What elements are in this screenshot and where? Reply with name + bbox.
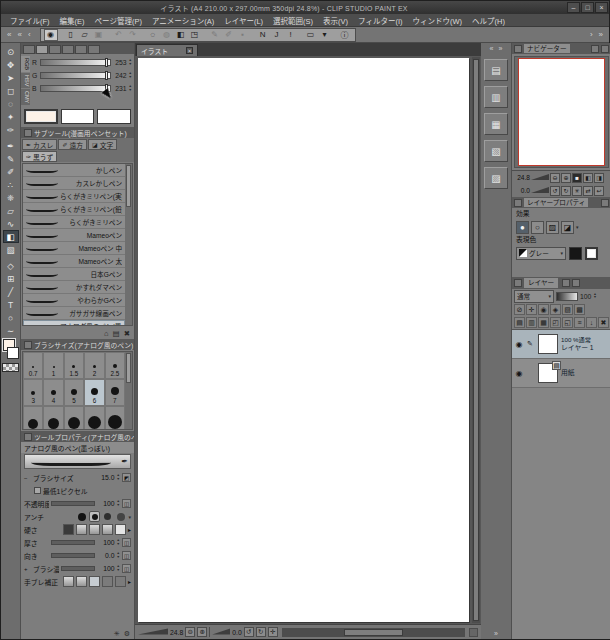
subtool-item[interactable]: かしペン: [23, 164, 125, 177]
subtool-item[interactable]: カスレかしペン: [23, 177, 125, 190]
subtool-item[interactable]: らくがきミリペン(実): [23, 190, 125, 203]
dynamics-icon[interactable]: ◫: [122, 564, 131, 573]
text-tool-icon[interactable]: T: [3, 298, 19, 311]
blend-tool-icon[interactable]: ∿: [3, 217, 19, 230]
panel-menu-icon[interactable]: [24, 433, 32, 441]
blue-value[interactable]: 231: [113, 85, 127, 92]
green-stepper[interactable]: ▲▼: [129, 72, 132, 79]
brush-size-cell[interactable]: [23, 406, 43, 430]
panel-menu-icon[interactable]: [24, 129, 32, 137]
opacity-slider[interactable]: [556, 292, 578, 301]
main-color-preview[interactable]: [24, 109, 58, 124]
material-image-icon[interactable]: ▧: [484, 140, 508, 162]
vector-curve-icon[interactable]: J: [270, 29, 284, 41]
airbrush-tool-icon[interactable]: ∴: [3, 178, 19, 191]
expander-icon[interactable]: −: [24, 475, 31, 481]
subtool-item[interactable]: Mameoペン 太: [23, 255, 125, 268]
approx-color-tab-icon[interactable]: [75, 45, 87, 54]
balloon-tool-icon[interactable]: ○: [3, 311, 19, 324]
flip-vertical-icon[interactable]: ◨: [594, 173, 604, 183]
collapse-icon[interactable]: »: [494, 630, 498, 637]
subtool-tab-kasure[interactable]: ✒カスレ: [22, 139, 57, 150]
panel-options-icon[interactable]: [601, 45, 609, 53]
horizontal-scrollbar[interactable]: [282, 628, 465, 637]
green-value[interactable]: 242: [113, 72, 127, 79]
merge-down-icon[interactable]: ≡: [574, 317, 585, 328]
delete-subtool-icon[interactable]: ✖: [124, 329, 130, 338]
black-draw-color-swatch[interactable]: [569, 247, 582, 260]
layer-property-title[interactable]: レイヤープロパティ: [524, 198, 588, 207]
lock-layer-icon[interactable]: ◉: [538, 304, 549, 315]
layer-row-selected[interactable]: ◉ ✎ 100 %通常 レイヤー 1: [512, 330, 610, 359]
hand-tool-icon[interactable]: ✥: [3, 58, 19, 71]
redo-icon[interactable]: ↷: [126, 29, 140, 41]
vector-pinch-icon[interactable]: !: [284, 29, 298, 41]
zoom-out-icon[interactable]: ⊖: [550, 173, 560, 183]
reset-rotation-icon[interactable]: ✳: [572, 186, 582, 196]
fit-window-icon[interactable]: ■: [572, 173, 582, 183]
decoration-tool-icon[interactable]: ❈: [3, 191, 19, 204]
color-history-tab-icon[interactable]: [88, 45, 100, 54]
visibility-eye-icon[interactable]: ◉: [514, 369, 524, 378]
brush-size-cell-selected[interactable]: 6: [84, 379, 104, 406]
direction-value[interactable]: 0.0: [97, 552, 115, 559]
red-slider[interactable]: [40, 59, 111, 66]
collapse-left-icon[interactable]: «: [490, 45, 494, 52]
reset-settings-icon[interactable]: ✳: [114, 630, 120, 638]
brush-size-cell[interactable]: [43, 406, 63, 430]
thickness-slider[interactable]: [51, 540, 95, 545]
rotation-value[interactable]: 0.0: [232, 629, 241, 636]
color-mixing-tab-icon[interactable]: [62, 45, 74, 54]
brush-size-cell[interactable]: 5: [64, 379, 84, 406]
register-initial-icon[interactable]: ⌂: [104, 329, 109, 338]
brush-size-cell[interactable]: 3: [23, 379, 43, 406]
reset-view-icon[interactable]: ✛: [268, 627, 278, 637]
lock-transparent-icon[interactable]: ◈: [550, 304, 561, 315]
flip-horizontal-icon[interactable]: ◧: [583, 173, 593, 183]
layer-panel-title[interactable]: レイヤー: [524, 278, 558, 288]
min-pixel-checkbox[interactable]: [34, 487, 41, 494]
navigator-rotate-slider[interactable]: [531, 186, 549, 195]
menu-selection[interactable]: 選択範囲(S): [268, 15, 318, 26]
layer-name[interactable]: レイヤー 1: [561, 344, 594, 352]
expression-color-dropdown[interactable]: グレー ▾: [516, 247, 566, 260]
expand-right-icon[interactable]: ▸: [128, 578, 131, 585]
color-set-tab-icon[interactable]: [49, 45, 61, 54]
red-value[interactable]: 253: [113, 59, 127, 66]
view-frame-outline[interactable]: [518, 58, 605, 166]
panel-menu-icon[interactable]: [514, 199, 522, 207]
navigator-preview[interactable]: [514, 56, 609, 168]
transparent-color-swatch[interactable]: [2, 363, 19, 372]
brush-size-cell[interactable]: 0.7: [23, 352, 43, 379]
navigator-zoom-slider[interactable]: [531, 173, 549, 182]
frame-border-tool-icon[interactable]: ⊞: [3, 272, 19, 285]
scale-rotate-icon[interactable]: ◳: [188, 29, 202, 41]
density-slider[interactable]: [61, 566, 95, 571]
layer-opacity-stepper[interactable]: ▲▼: [593, 293, 596, 300]
ruler-tool-icon[interactable]: ╱: [3, 285, 19, 298]
brush-size-cell[interactable]: 2: [84, 352, 104, 379]
zoom-tool-icon[interactable]: ⊙: [3, 45, 19, 58]
subtool-item[interactable]: かすれダマペン: [23, 281, 125, 294]
snap-ruler-icon[interactable]: ✎: [208, 29, 222, 41]
subtool-item[interactable]: らくがきミリペン(鉛): [23, 203, 125, 216]
eyedropper-tool-icon[interactable]: ✑: [3, 123, 19, 136]
new-layer-icon[interactable]: ▤: [514, 317, 525, 328]
undo-icon[interactable]: ↶: [112, 29, 126, 41]
stabilize-4[interactable]: [102, 576, 113, 587]
brush-size-cell[interactable]: 4: [43, 379, 63, 406]
hardness-4[interactable]: [102, 524, 113, 535]
collapse-left2-icon[interactable]: «: [14, 30, 24, 39]
sub-color-swatch[interactable]: [7, 347, 19, 359]
visibility-eye-icon[interactable]: ◉: [514, 340, 524, 349]
eye-icon[interactable]: ◉: [44, 29, 58, 41]
opacity-value[interactable]: 100: [97, 500, 115, 507]
effect-dropdown-icon[interactable]: ▾: [576, 224, 579, 230]
collapse-right2-icon[interactable]: »: [596, 30, 606, 39]
zoom-in-icon[interactable]: ⊕: [197, 627, 207, 637]
white-draw-color-swatch[interactable]: [585, 247, 598, 260]
layer-thumbnail[interactable]: [538, 334, 558, 354]
blue-stepper[interactable]: ▲▼: [129, 85, 132, 92]
hardness-3[interactable]: [89, 524, 100, 535]
palette-color-icon[interactable]: ▩: [574, 304, 585, 315]
